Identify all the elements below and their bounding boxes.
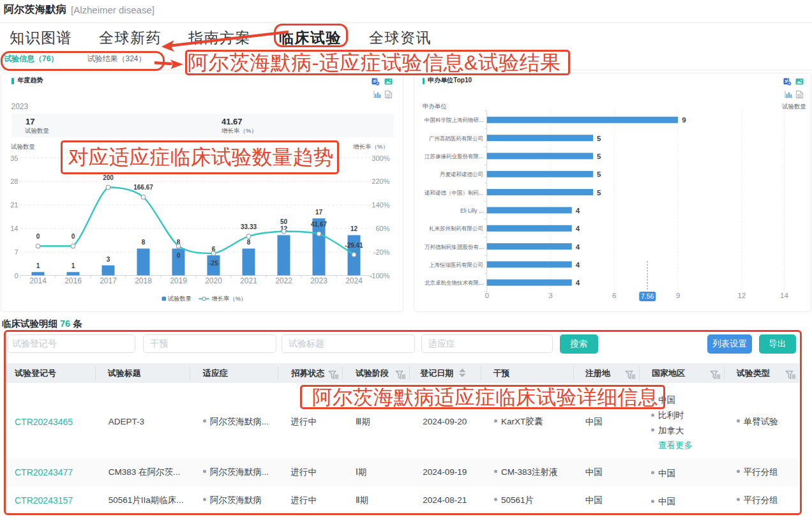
bullet-icon [651, 414, 654, 417]
bar-label: 8 [247, 239, 251, 246]
export-button[interactable]: 导出 [759, 334, 797, 354]
search-button[interactable]: 搜索 [560, 334, 598, 354]
subtab-trial-info[interactable]: 试验信息（76） [4, 54, 58, 63]
filter-input-干预[interactable] [143, 334, 276, 353]
column-header-label: 干预 [493, 368, 509, 378]
bar-5 [487, 207, 572, 213]
column-separator [409, 366, 410, 380]
bar-2021 [243, 248, 255, 275]
cell-phase: Ⅱ期 [356, 494, 368, 507]
tab-临床试验[interactable]: 临床试验 [279, 28, 342, 48]
country-item: 中国 [651, 494, 675, 509]
sponsor-top10-card: 申办单位Top10 X 03691214申办单位试验数量中国科学院上海药物研..… [414, 73, 811, 312]
column-header-国家地区: 国家地区 [652, 363, 685, 383]
sort-icon[interactable] [459, 368, 466, 377]
line-label: 33.33 [241, 223, 257, 230]
country-item: 比利时 [651, 408, 693, 423]
cell-registration-id[interactable]: CTR20243157 [15, 494, 73, 507]
value-label: 5 [597, 170, 601, 178]
detail-unit: 条 [73, 318, 82, 329]
x-tick-label: 2018 [135, 276, 152, 285]
bar-2014 [32, 272, 45, 275]
column-separator [278, 366, 278, 380]
cell-countries: 中国比利时加拿大查看更多 [651, 393, 693, 453]
value-label: 4 [576, 261, 580, 269]
bullet-icon [494, 419, 497, 423]
y-left-tick-label: 7 [14, 248, 18, 256]
detail-count: 76 [60, 318, 70, 329]
line-label: -29.41 [345, 242, 363, 249]
cell-registration-place: 中国 [585, 466, 603, 479]
cell-registration-id[interactable]: CTR20243477 [15, 466, 73, 479]
filter-icon-wrap[interactable] [785, 369, 796, 380]
filter-icon-wrap[interactable] [625, 369, 636, 380]
filter-icon[interactable] [328, 370, 339, 380]
cell-registration-id[interactable]: CTR20243465 [15, 416, 73, 428]
annotation-top-note: 阿尔茨海默病-适应症试验信息&试验结果 [188, 50, 561, 75]
country-item: 中国 [651, 393, 693, 408]
bullet-icon [651, 428, 654, 431]
table-header: 试验登记号试验标题适应症招募状态试验阶段登记日期干预注册地国家地区试验类型 [6, 363, 799, 383]
filter-icon[interactable] [625, 370, 636, 380]
bar-2017 [102, 266, 115, 276]
subtab-trial-results[interactable]: 试验结果（324） [87, 54, 146, 63]
category-label: 上海恒瑞医药有限公司 [429, 262, 483, 268]
filter-icon-wrap[interactable] [395, 369, 406, 380]
cell-registration-place: 中国 [585, 494, 603, 507]
y-right-tick-label: 140% [372, 201, 389, 209]
column-header-label: 注册地 [585, 368, 610, 378]
category-label: 广州喜鹊医药有限公司 [429, 135, 483, 142]
cell-date: 2024-09-19 [423, 466, 467, 479]
y-left-tick-label: 28 [10, 177, 18, 185]
view-more-link[interactable]: 查看更多 [658, 438, 693, 453]
bar-label: 17 [315, 209, 323, 216]
bullet-icon [737, 498, 740, 501]
filter-icon[interactable] [395, 370, 406, 380]
column-header-label: 招募状态 [292, 368, 325, 378]
x-tick-label: 14 [780, 292, 788, 299]
column-header-label: 试验标题 [108, 368, 141, 378]
tab-指南方案[interactable]: 指南方案 [188, 28, 251, 48]
x-axis-title: 试验数量 [781, 103, 807, 110]
annotation-box-top-note [185, 50, 570, 75]
y-axis-title: 申办单位 [423, 103, 447, 110]
legend-bar-swatch[interactable] [162, 297, 167, 301]
category-label: 江苏康缘药业股份有限... [425, 153, 483, 160]
tab-全球资讯[interactable]: 全球资讯 [369, 28, 432, 48]
cell-title: ADEPT-3 [109, 416, 144, 428]
filter-input-试验登记号[interactable] [8, 334, 135, 353]
column-separator [639, 366, 640, 380]
category-label: 诺和诺德（中国）制药... [425, 190, 483, 196]
value-label: 5 [597, 189, 601, 197]
list-settings-button[interactable]: 列表设置 [707, 334, 752, 354]
column-header-label: 国家地区 [652, 368, 685, 378]
category-label: 北京卓凯生物技术有限... [425, 280, 483, 286]
filter-icon-wrap[interactable] [328, 369, 339, 380]
value-label: 4 [576, 243, 580, 251]
filter-input-试验标题[interactable] [282, 334, 415, 353]
y-right-tick-label: 220% [372, 177, 389, 185]
line-point [141, 195, 146, 200]
cell-intervention: 50561片 [494, 494, 534, 507]
bullet-icon [203, 498, 206, 501]
filter-icon[interactable] [785, 370, 796, 380]
annotation-arrow-head-2 [170, 59, 183, 69]
filter-icon-wrap[interactable] [710, 369, 721, 380]
y-left-axis-title: 试验数量 [10, 143, 36, 150]
column-header-干预: 干预 [493, 363, 509, 383]
legend-line-label[interactable]: 增长率（%） [211, 296, 247, 302]
category-label: 万邦德制药集团股份有... [425, 244, 483, 250]
x-tick-label: 2016 [64, 276, 82, 285]
legend-bar-label[interactable]: 试验数量 [167, 296, 192, 302]
legend-line-dot[interactable] [202, 297, 206, 300]
table-row-CTR20243477: CTR20243477CM383 在阿尔茨...阿尔茨海默病...进行中Ⅰ期20… [6, 458, 799, 486]
column-header-招募状态: 招募状态 [292, 363, 325, 383]
tab-全球新药[interactable]: 全球新药 [99, 28, 162, 48]
cell-indication: 阿尔茨海默病... [203, 416, 269, 428]
page-title: 阿尔茨海默病 [4, 3, 66, 17]
column-separator [95, 366, 96, 380]
tab-知识图谱[interactable]: 知识图谱 [10, 28, 72, 48]
y-left-tick-label: 21 [10, 201, 18, 209]
filter-icon[interactable] [710, 370, 721, 380]
filter-input-适应症[interactable] [421, 334, 553, 353]
